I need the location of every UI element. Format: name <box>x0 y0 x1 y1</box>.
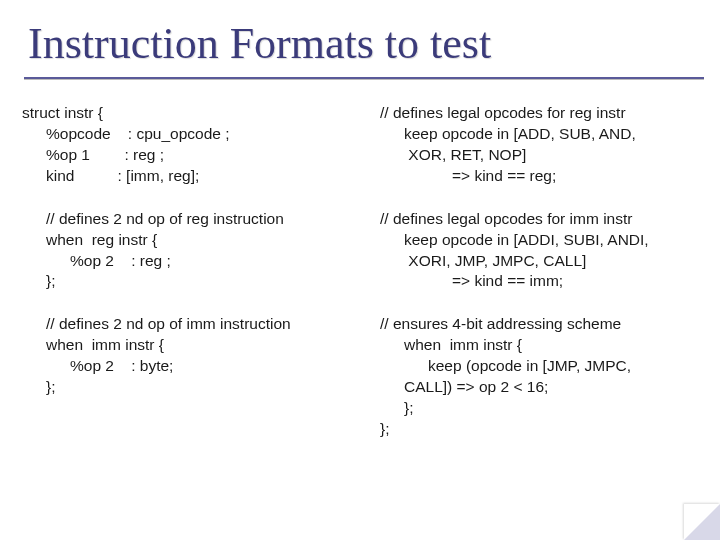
page-curl-icon <box>684 504 720 540</box>
code-block-imm-op: // defines 2 nd op of imm instruction wh… <box>22 314 340 398</box>
code-block-struct: struct instr { %opcode : cpu_opcode ; %o… <box>22 103 340 187</box>
code-block-addressing: // ensures 4-bit addressing scheme when … <box>380 314 698 440</box>
code-line: %op 2 : reg ; <box>22 251 340 272</box>
code-line: }; <box>22 377 340 398</box>
code-line: when imm instr { <box>380 335 698 356</box>
right-column: // defines legal opcodes for reg instr k… <box>380 103 698 462</box>
code-line: }; <box>22 271 340 292</box>
code-line: XORI, JMP, JMPC, CALL] <box>380 251 698 272</box>
code-line: struct instr { <box>22 103 340 124</box>
code-line: => kind == reg; <box>380 166 698 187</box>
code-block-imm-opcodes: // defines legal opcodes for imm instr k… <box>380 209 698 293</box>
code-line: %opcode : cpu_opcode ; <box>22 124 340 145</box>
code-line: keep opcode in [ADD, SUB, AND, <box>380 124 698 145</box>
code-line: keep (opcode in [JMP, JMPC, <box>380 356 698 377</box>
code-line: }; <box>380 419 698 440</box>
slide-title: Instruction Formats to test <box>0 0 720 77</box>
code-block-reg-op: // defines 2 nd op of reg instruction wh… <box>22 209 340 293</box>
code-line: // defines legal opcodes for imm instr <box>380 209 698 230</box>
code-line: keep opcode in [ADDI, SUBI, ANDI, <box>380 230 698 251</box>
code-line: CALL]) => op 2 < 16; <box>380 377 698 398</box>
code-line: kind : [imm, reg]; <box>22 166 340 187</box>
code-line: when imm instr { <box>22 335 340 356</box>
code-line: => kind == imm; <box>380 271 698 292</box>
code-line: // defines 2 nd op of reg instruction <box>22 209 340 230</box>
code-line: // defines 2 nd op of imm instruction <box>22 314 340 335</box>
code-line: // defines legal opcodes for reg instr <box>380 103 698 124</box>
code-line: when reg instr { <box>22 230 340 251</box>
left-column: struct instr { %opcode : cpu_opcode ; %o… <box>22 103 340 462</box>
code-line: %op 1 : reg ; <box>22 145 340 166</box>
code-line: // ensures 4-bit addressing scheme <box>380 314 698 335</box>
code-line: %op 2 : byte; <box>22 356 340 377</box>
code-line: }; <box>380 398 698 419</box>
code-line: XOR, RET, NOP] <box>380 145 698 166</box>
content-area: struct instr { %opcode : cpu_opcode ; %o… <box>0 79 720 462</box>
code-block-reg-opcodes: // defines legal opcodes for reg instr k… <box>380 103 698 187</box>
